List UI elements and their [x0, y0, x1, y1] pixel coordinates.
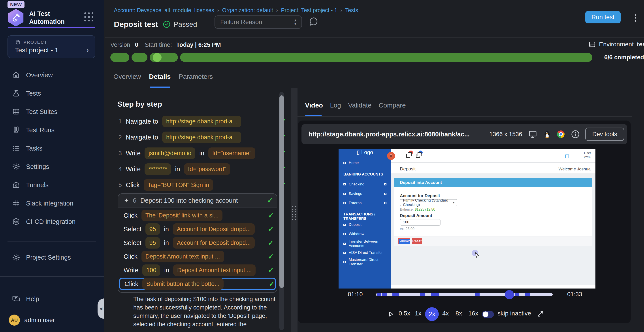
progress-segment[interactable] [150, 53, 178, 62]
tab-validate[interactable]: Validate [348, 102, 372, 109]
step-value-pill[interactable]: 95 [146, 224, 160, 235]
apps-grid-icon[interactable] [84, 12, 94, 22]
chrome-icon[interactable] [557, 130, 564, 138]
breadcrumb-item[interactable]: Project: Test project - 1 [281, 7, 337, 14]
bank-nav-visa-direct-transfer[interactable]: VISA Direct Transfer [338, 250, 391, 256]
step-value-pill[interactable]: http://stage.dbank.prod-a... [162, 132, 242, 143]
speed-option[interactable]: 8x [456, 310, 462, 317]
speed-option[interactable]: 16x [468, 310, 478, 317]
tab-overview[interactable]: Overview [114, 73, 141, 80]
info-icon[interactable] [571, 130, 580, 139]
tab-video[interactable]: Video [305, 102, 323, 109]
substep-row-selected[interactable]: ClickSubmit button at the botto...✓ [119, 278, 276, 290]
project-selector[interactable]: PROJECT Test project - 1 › [8, 35, 95, 58]
video-panel: VideoLogValidateCompare http://stage.dba… [298, 88, 644, 332]
monitor-icon[interactable] [528, 130, 537, 139]
breadcrumb-item[interactable]: Organization: default [222, 7, 273, 14]
bank-nav-home[interactable]: Home [338, 160, 391, 166]
step-target-pill[interactable]: Account for Deposit dropd... [173, 237, 255, 248]
tab-log[interactable]: Log [330, 102, 341, 109]
progress-segment[interactable] [110, 53, 129, 62]
fullscreen-icon[interactable] [537, 310, 544, 319]
substep-row[interactable]: ClickThe 'Deposit' link with a si...✓ [119, 209, 276, 222]
step-value-pill[interactable]: 95 [146, 237, 160, 248]
step-target-pill[interactable]: Id="password" [184, 163, 230, 175]
step-group-header[interactable]: ✦ 6 Deposit 100 into checking account ✓ [118, 194, 277, 208]
speed-option[interactable]: 1x [415, 310, 422, 317]
scrollbar-thumb[interactable] [280, 95, 284, 288]
step-row[interactable]: 4Write********inId="password"✓ [118, 162, 268, 176]
step-target-pill[interactable]: Id="username" [208, 148, 256, 159]
step-row[interactable]: 3Writejsmith@demo.ioinId="username"✓ [118, 146, 268, 160]
comment-icon[interactable] [308, 17, 318, 26]
step-value-pill[interactable]: http://stage.dbank.prod-a... [162, 116, 242, 127]
speed-option[interactable]: 4x [442, 310, 449, 317]
tab-details[interactable]: Details [149, 73, 170, 80]
bank-nav-mastercard-direct-transfer[interactable]: Mastercard Direct Transfer [338, 259, 391, 265]
sidebar-item-settings[interactable]: Settings [0, 160, 104, 173]
step-row[interactable]: 5ClickTag="BUTTON" Sign in✓ [118, 178, 268, 192]
user-menu[interactable]: AU admin user [0, 314, 104, 327]
breadcrumb-item[interactable]: Account: Devspace_all_module_licenses [114, 7, 214, 14]
dev-tools-button[interactable]: Dev tools [585, 128, 624, 141]
bank-card: Account for Deposit Family Checking (Sta… [394, 187, 592, 236]
bank-reset-button[interactable]: Reset [412, 238, 422, 244]
bank-nav-savings[interactable]: Savings [338, 191, 391, 197]
step-value-pill[interactable]: jsmith@demo.io [144, 148, 195, 159]
steps-scrollbar[interactable] [280, 92, 284, 330]
panel-resizer[interactable] [291, 88, 298, 332]
sidebar-item-slack-integration[interactable]: Slack integration [0, 197, 104, 210]
step-target-pill[interactable]: Deposit Amount text input ... [173, 264, 256, 276]
bank-nav-external[interactable]: External [338, 200, 391, 206]
step-row[interactable]: 2Navigate tohttp://stage.dbank.prod-a...… [118, 131, 268, 144]
sidebar-item-project-settings[interactable]: Project Settings [0, 251, 104, 264]
step-target-pill[interactable]: Tag="BUTTON" Sign in [144, 179, 213, 191]
speed-option[interactable]: 0.5x [398, 310, 410, 317]
substep-row[interactable]: Select95inAccount for Deposit dropd...✓ [119, 223, 276, 235]
bank-account-select[interactable]: Family Checking (Standard Checking)▼ [400, 199, 457, 206]
sidebar-item-ci-cd-integration[interactable]: CI-CD integration [0, 216, 104, 228]
tab-parameters[interactable]: Parameters [178, 73, 213, 80]
bank-nav-transfer-between-accounts[interactable]: Transfer Between Accounts [338, 240, 391, 247]
substep-row[interactable]: Write100inDeposit Amount text input ...✓ [119, 264, 276, 276]
sidebar-item-help[interactable]: Help [0, 293, 104, 305]
speed-option-active[interactable]: 2x [425, 307, 439, 321]
progress-segment[interactable] [132, 53, 148, 62]
sidebar-item-test-runs[interactable]: Test Runs [0, 124, 104, 136]
step-target-pill[interactable]: Deposit Amount text input ... [142, 251, 224, 262]
sidebar-item-tasks[interactable]: Tasks [0, 142, 104, 154]
bank-submit-button[interactable]: Submit [398, 238, 410, 244]
bank-nav-checking[interactable]: Checking [338, 181, 391, 188]
sidebar-item-tunnels[interactable]: Tunnels [0, 179, 104, 191]
bank-nav-withdraw[interactable]: Withdraw [338, 231, 391, 237]
step-value-pill[interactable]: ******** [144, 163, 171, 175]
breadcrumb-item[interactable]: Tests [345, 7, 358, 14]
play-button[interactable] [388, 310, 394, 320]
failure-reason-select[interactable]: Failure Reason ▲▼ [214, 16, 302, 29]
timeline-thumb[interactable] [505, 290, 514, 299]
sidebar-item-test-suites[interactable]: Test Suites [0, 106, 104, 118]
sidebar-item-overview[interactable]: Overview [0, 69, 104, 81]
substep-row[interactable]: Select95inAccount for Deposit dropd...✓ [119, 237, 276, 249]
sidebar-collapse-handle[interactable]: ◀ [98, 298, 104, 319]
progress-segment[interactable] [180, 53, 592, 62]
substep-row[interactable]: ClickDeposit Amount text input ...✓ [119, 250, 276, 263]
timeline-track[interactable] [376, 293, 553, 296]
step-value-pill[interactable]: 100 [142, 264, 160, 276]
linux-icon[interactable] [543, 130, 551, 139]
check-icon: ✓ [268, 238, 274, 247]
step-target-pill[interactable]: The 'Deposit' link with a si... [142, 210, 222, 221]
overflow-menu-icon[interactable] [634, 13, 638, 23]
step-target-pill[interactable]: Submit button at the botto... [142, 278, 224, 290]
run-test-button[interactable]: Run test [585, 11, 620, 24]
video-frame[interactable]: ▯ Logo HomeBANKING ACCOUNTSCheckingSavin… [338, 149, 596, 288]
sidebar-item-tests[interactable]: Tests [0, 87, 104, 100]
step-target-pill[interactable]: Account for Deposit dropd... [173, 224, 255, 235]
failure-reason-placeholder: Failure Reason [220, 18, 262, 26]
skip-inactive-toggle[interactable] [482, 311, 494, 318]
bank-nav-deposit[interactable]: Deposit [338, 222, 391, 228]
tab-compare[interactable]: Compare [378, 102, 406, 109]
step-action-text: Write [126, 150, 140, 157]
step-row[interactable]: 1Navigate tohttp://stage.dbank.prod-a...… [118, 115, 268, 128]
bank-amount-input[interactable]: 100 [400, 219, 440, 226]
